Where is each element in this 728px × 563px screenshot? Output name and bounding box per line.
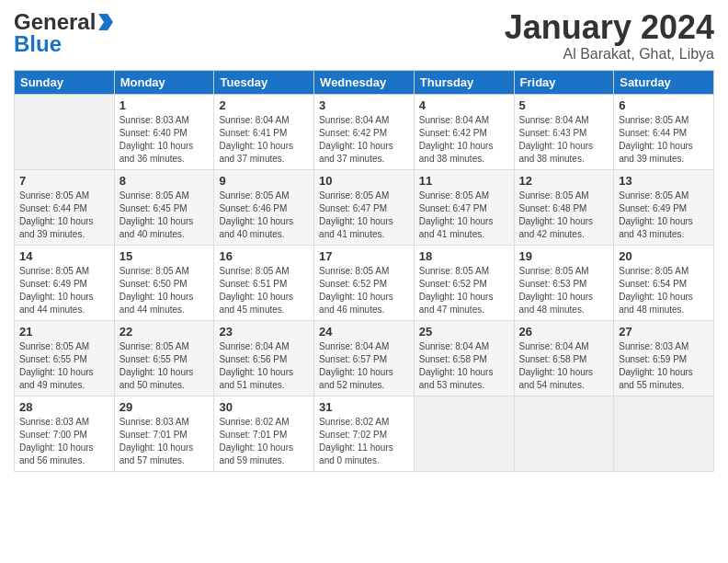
day-number: 6 [619,98,709,112]
sunset: Sunset: 6:52 PM [319,279,387,289]
daylight: Daylight: 10 hours and 59 minutes. [219,442,293,465]
location: Al Barakat, Ghat, Libya [505,46,714,63]
sunrise: Sunrise: 8:05 AM [219,266,289,276]
sunrise: Sunrise: 8:04 AM [219,115,289,125]
sunset: Sunset: 6:54 PM [619,279,687,289]
day-number: 5 [519,98,609,112]
sunrise: Sunrise: 8:05 AM [619,115,688,125]
sunrise: Sunrise: 8:05 AM [119,341,189,351]
day-number: 23 [219,325,309,339]
daylight: Daylight: 10 hours and 45 minutes. [219,292,293,315]
header-sunday: Sunday [15,70,115,94]
sunrise: Sunrise: 8:05 AM [219,190,289,201]
sunrise: Sunrise: 8:05 AM [619,190,688,201]
table-row: 7 Sunrise: 8:05 AM Sunset: 6:44 PM Dayli… [15,169,115,245]
calendar-table: Sunday Monday Tuesday Wednesday Thursday… [14,70,714,472]
table-row: 14 Sunrise: 8:05 AM Sunset: 6:49 PM Dayl… [15,245,115,320]
daylight: Daylight: 10 hours and 55 minutes. [619,367,693,390]
header-saturday: Saturday [614,70,714,94]
table-row: 21 Sunrise: 8:05 AM Sunset: 6:55 PM Dayl… [15,320,115,396]
day-number: 10 [319,174,409,188]
table-row: 23 Sunrise: 8:04 AM Sunset: 6:56 PM Dayl… [214,320,314,396]
sunset: Sunset: 6:50 PM [119,279,188,289]
sunset: Sunset: 6:59 PM [619,354,687,364]
sunset: Sunset: 6:42 PM [319,128,387,138]
sunset: Sunset: 7:00 PM [19,430,87,440]
sunset: Sunset: 6:49 PM [619,203,687,213]
sunset: Sunset: 7:01 PM [119,430,188,440]
daylight: Daylight: 10 hours and 38 minutes. [519,141,594,164]
day-number: 31 [319,400,409,414]
daylight: Daylight: 10 hours and 39 minutes. [619,141,693,164]
sunset: Sunset: 6:46 PM [219,203,287,213]
daylight: Daylight: 10 hours and 42 minutes. [519,216,594,239]
day-number: 11 [419,174,509,188]
day-info: Sunrise: 8:05 AM Sunset: 6:55 PM Dayligh… [19,340,109,392]
daylight: Daylight: 10 hours and 39 minutes. [19,216,94,239]
sunrise: Sunrise: 8:04 AM [519,115,589,125]
daylight: Daylight: 10 hours and 56 minutes. [19,442,94,465]
sunset: Sunset: 6:44 PM [619,128,687,138]
day-number: 2 [219,98,309,112]
day-info: Sunrise: 8:04 AM Sunset: 6:58 PM Dayligh… [419,340,509,392]
sunset: Sunset: 6:58 PM [519,354,587,364]
logo-blue: Blue [14,31,62,57]
day-info: Sunrise: 8:05 AM Sunset: 6:53 PM Dayligh… [519,265,609,316]
daylight: Daylight: 10 hours and 38 minutes. [419,141,494,164]
table-row: 31 Sunrise: 8:02 AM Sunset: 7:02 PM Dayl… [314,396,415,471]
table-row: 12 Sunrise: 8:05 AM Sunset: 6:48 PM Dayl… [514,169,614,245]
day-number: 12 [519,174,609,188]
table-row [514,396,614,471]
sunrise: Sunrise: 8:05 AM [19,190,89,201]
header: General Blue January 2024 Al Barakat, Gh… [14,9,714,63]
sunrise: Sunrise: 8:04 AM [319,115,389,125]
daylight: Daylight: 10 hours and 43 minutes. [619,216,693,239]
month-title: January 2024 [505,9,714,46]
sunrise: Sunrise: 8:05 AM [119,190,189,201]
table-row: 16 Sunrise: 8:05 AM Sunset: 6:51 PM Dayl… [214,245,314,320]
day-number: 15 [119,249,210,263]
day-number: 29 [119,400,210,414]
sunset: Sunset: 6:49 PM [19,279,87,289]
day-info: Sunrise: 8:04 AM Sunset: 6:58 PM Dayligh… [519,340,609,392]
table-row [414,396,514,471]
table-row: 24 Sunrise: 8:04 AM Sunset: 6:57 PM Dayl… [314,320,415,396]
day-number: 8 [119,174,210,188]
daylight: Daylight: 10 hours and 37 minutes. [219,141,293,164]
calendar-week-row: 1 Sunrise: 8:03 AM Sunset: 6:40 PM Dayli… [15,94,714,169]
table-row: 4 Sunrise: 8:04 AM Sunset: 6:42 PM Dayli… [414,94,514,169]
table-row: 5 Sunrise: 8:04 AM Sunset: 6:43 PM Dayli… [514,94,614,169]
day-number: 16 [219,249,309,263]
daylight: Daylight: 10 hours and 57 minutes. [119,442,194,465]
sunrise: Sunrise: 8:05 AM [619,266,688,276]
table-row: 2 Sunrise: 8:04 AM Sunset: 6:41 PM Dayli… [214,94,314,169]
day-info: Sunrise: 8:04 AM Sunset: 6:42 PM Dayligh… [419,114,509,166]
table-row: 29 Sunrise: 8:03 AM Sunset: 7:01 PM Dayl… [114,396,214,471]
sunset: Sunset: 6:57 PM [319,354,387,364]
daylight: Daylight: 10 hours and 40 minutes. [119,216,194,239]
sunset: Sunset: 6:55 PM [119,354,188,364]
day-info: Sunrise: 8:05 AM Sunset: 6:44 PM Dayligh… [619,114,709,166]
table-row: 28 Sunrise: 8:03 AM Sunset: 7:00 PM Dayl… [15,396,115,471]
daylight: Daylight: 10 hours and 41 minutes. [419,216,494,239]
sunrise: Sunrise: 8:05 AM [19,266,89,276]
sunset: Sunset: 6:47 PM [419,203,487,213]
table-row: 10 Sunrise: 8:05 AM Sunset: 6:47 PM Dayl… [314,169,415,245]
day-info: Sunrise: 8:05 AM Sunset: 6:55 PM Dayligh… [119,340,210,392]
sunrise: Sunrise: 8:03 AM [19,417,89,427]
daylight: Daylight: 10 hours and 50 minutes. [119,367,194,390]
day-info: Sunrise: 8:05 AM Sunset: 6:49 PM Dayligh… [19,265,109,316]
day-info: Sunrise: 8:03 AM Sunset: 7:00 PM Dayligh… [19,416,109,467]
daylight: Daylight: 10 hours and 53 minutes. [419,367,494,390]
daylight: Daylight: 10 hours and 44 minutes. [19,292,94,315]
sunrise: Sunrise: 8:04 AM [519,341,589,351]
sunrise: Sunrise: 8:04 AM [219,341,289,351]
table-row: 17 Sunrise: 8:05 AM Sunset: 6:52 PM Dayl… [314,245,415,320]
day-info: Sunrise: 8:05 AM Sunset: 6:52 PM Dayligh… [319,265,409,316]
daylight: Daylight: 10 hours and 37 minutes. [319,141,393,164]
sunset: Sunset: 6:51 PM [219,279,287,289]
table-row: 8 Sunrise: 8:05 AM Sunset: 6:45 PM Dayli… [114,169,214,245]
day-number: 7 [19,174,109,188]
sunrise: Sunrise: 8:05 AM [319,266,389,276]
table-row [614,396,714,471]
